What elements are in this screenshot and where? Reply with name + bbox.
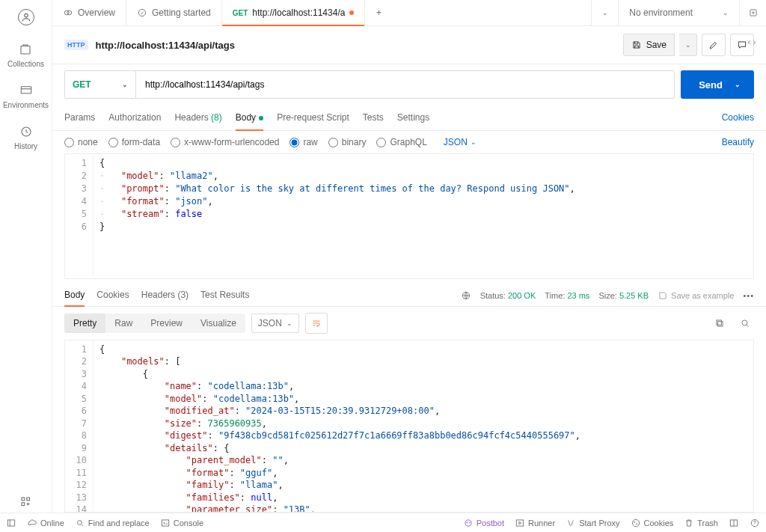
more-actions-button[interactable]: •••: [743, 291, 754, 300]
code-string: "": [272, 455, 283, 465]
request-title[interactable]: http://localhost:11434/api/tags: [96, 40, 235, 51]
new-tab-button[interactable]: +: [365, 0, 392, 25]
tab-body[interactable]: Body: [236, 105, 263, 130]
tab-overview[interactable]: Overview: [52, 0, 126, 25]
format-label: JSON: [258, 318, 282, 328]
raw-format-selector[interactable]: JSON⌄: [444, 137, 477, 147]
view-preview[interactable]: Preview: [141, 314, 192, 333]
svg-rect-6: [22, 503, 25, 506]
code-number: 7365960935: [208, 418, 262, 429]
radio-raw[interactable]: raw: [289, 137, 317, 147]
save-button[interactable]: Save: [623, 34, 675, 56]
sidebar-more[interactable]: [16, 492, 37, 513]
code-key: "details": [165, 443, 213, 453]
headers-count: (3): [177, 290, 189, 300]
footer-two-pane[interactable]: [729, 518, 739, 528]
cookies-link[interactable]: Cookies: [722, 105, 754, 130]
footer-online[interactable]: Online: [27, 518, 64, 528]
view-pretty[interactable]: Pretty: [64, 314, 105, 333]
resp-tab-body[interactable]: Body: [64, 285, 85, 306]
environment-selector[interactable]: No environment ⌄: [618, 0, 739, 25]
footer-label: Find and replace: [88, 519, 150, 528]
url-input[interactable]: [135, 70, 675, 99]
radio-none[interactable]: none: [64, 137, 98, 147]
footer-start-proxy[interactable]: Start Proxy: [566, 518, 619, 528]
tab-tests[interactable]: Tests: [363, 105, 384, 130]
code-brace: {: [99, 158, 105, 168]
resp-tab-tests[interactable]: Test Results: [200, 285, 249, 306]
resp-tab-headers[interactable]: Headers (3): [141, 285, 189, 306]
tab-params[interactable]: Params: [64, 105, 95, 130]
sidebar-item-history[interactable]: History: [11, 121, 40, 153]
footer-sidebar-toggle[interactable]: [6, 518, 16, 528]
request-tabs: Params Authorization Headers (8) Body Pr…: [52, 105, 766, 131]
sidebar-item-collections[interactable]: Collections: [4, 39, 47, 71]
postbot-icon: [463, 518, 474, 528]
chevron-down-icon: ⌄: [735, 81, 741, 88]
footer-postbot[interactable]: Postbot: [463, 518, 504, 528]
environment-label: No environment: [629, 7, 693, 18]
beautify-link[interactable]: Beautify: [722, 137, 754, 147]
line-gutter: 123456789101112131415: [65, 340, 94, 512]
runner-icon: [515, 518, 525, 528]
footer-cookies[interactable]: Cookies: [631, 518, 674, 528]
sidebar-item-environments[interactable]: Environments: [0, 80, 52, 112]
tab-prerequest[interactable]: Pre-request Script: [277, 105, 349, 130]
save-icon: [658, 290, 668, 301]
code-snippet-button[interactable]: [744, 34, 760, 53]
edit-button[interactable]: [702, 34, 726, 56]
user-avatar[interactable]: [18, 9, 34, 25]
view-visualize[interactable]: Visualize: [192, 314, 245, 333]
method-selector[interactable]: GET ⌄: [64, 70, 135, 99]
http-badge: HTTP: [64, 40, 88, 50]
code-area[interactable]: { · "model": "llama2", · "prompt": "What…: [94, 154, 753, 278]
code-string: "2024-03-15T15:20:39.9312729+08:00": [245, 406, 435, 416]
tab-settings[interactable]: Settings: [397, 105, 429, 130]
save-label: Save: [646, 40, 667, 50]
svg-point-8: [67, 10, 72, 15]
tab-getting-started[interactable]: Getting started: [126, 0, 222, 25]
radio-graphql[interactable]: GraphQL: [376, 137, 426, 147]
copy-response-button[interactable]: [711, 314, 729, 332]
svg-point-0: [24, 13, 28, 17]
svg-rect-10: [750, 10, 756, 16]
footer-label: Postbot: [477, 519, 504, 528]
tab-bar: Overview Getting started GET http://loca…: [52, 0, 766, 26]
save-dropdown-button[interactable]: ⌄: [679, 34, 697, 56]
svg-point-11: [752, 12, 753, 13]
radio-xwww[interactable]: x-www-form-urlencoded: [171, 137, 279, 147]
radio-form-data[interactable]: form-data: [108, 137, 160, 147]
footer-console[interactable]: Console: [160, 518, 203, 528]
radio-binary[interactable]: binary: [328, 137, 367, 147]
radio-label: raw: [303, 137, 317, 147]
environment-quicklook-button[interactable]: [739, 0, 766, 25]
tab-method: GET: [233, 9, 248, 17]
code-key: "size": [165, 418, 197, 429]
svg-point-23: [632, 519, 639, 526]
footer-trash[interactable]: Trash: [684, 518, 718, 528]
response-format-selector[interactable]: JSON⌄: [251, 314, 299, 333]
tab-request[interactable]: GET http://localhost:11434/a: [222, 0, 366, 25]
tab-authorization[interactable]: Authorization: [108, 105, 161, 130]
svg-rect-14: [717, 320, 721, 325]
tabs-overflow-button[interactable]: ⌄: [591, 0, 618, 25]
footer-find-replace[interactable]: Find and replace: [75, 518, 150, 528]
response-editor[interactable]: 123456789101112131415 { "models": [ { "n…: [64, 340, 754, 513]
resp-tab-cookies[interactable]: Cookies: [96, 285, 129, 306]
code-area[interactable]: { "models": [ { "name": "codellama:13b",…: [94, 340, 753, 512]
view-raw[interactable]: Raw: [105, 314, 141, 333]
footer-help[interactable]: [750, 518, 760, 528]
tab-headers[interactable]: Headers (8): [174, 105, 221, 130]
code-null: null: [251, 492, 272, 503]
search-icon: [75, 518, 85, 528]
search-response-button[interactable]: [736, 314, 754, 332]
send-button[interactable]: Send ⌄: [681, 70, 754, 99]
body-editor[interactable]: 123456 { · "model": "llama2", · "prompt"…: [64, 153, 754, 278]
footer-runner[interactable]: Runner: [515, 518, 555, 528]
save-as-example-button[interactable]: Save as example: [658, 290, 734, 301]
help-icon: [750, 518, 760, 528]
radio-label: binary: [342, 137, 367, 147]
request-header: HTTP http://localhost:11434/api/tags Sav…: [52, 26, 766, 64]
wrap-lines-button[interactable]: [305, 313, 328, 334]
svg-rect-1: [21, 46, 30, 55]
